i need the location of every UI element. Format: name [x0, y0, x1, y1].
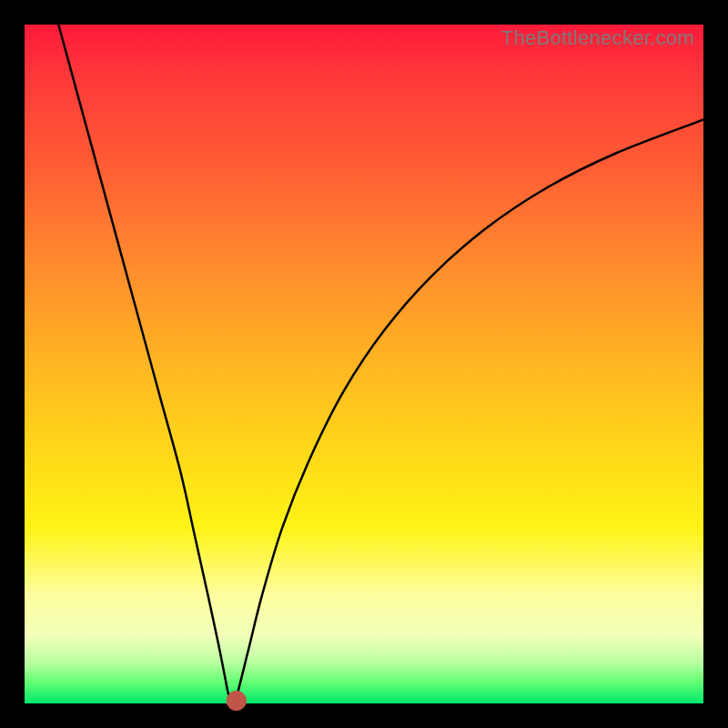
plot-area: TheBottlenecker.com	[25, 25, 703, 703]
bottleneck-curve	[25, 25, 703, 703]
optimum-marker	[227, 691, 246, 710]
curve-path	[58, 25, 703, 702]
chart-frame: TheBottlenecker.com	[0, 0, 728, 728]
